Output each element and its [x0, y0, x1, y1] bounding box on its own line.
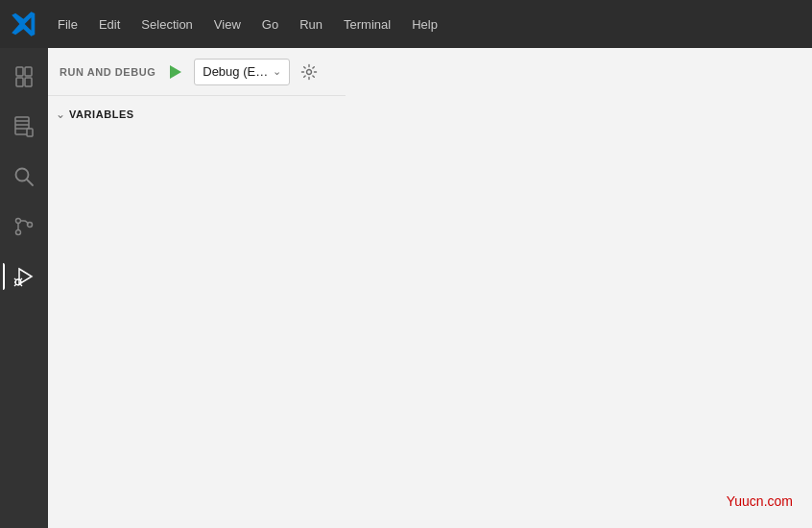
sidebar-item-run-debug[interactable]: [3, 255, 45, 298]
vscode-logo: [10, 10, 38, 38]
menu-selection[interactable]: Selection: [131, 13, 202, 36]
debug-config-label: Debug (Edge): [203, 64, 269, 79]
gear-icon: [300, 63, 318, 81]
svg-line-18: [14, 284, 16, 286]
variables-chevron-icon: ⌄: [56, 108, 65, 121]
sidebar-item-explorer[interactable]: [3, 56, 45, 98]
svg-point-12: [16, 230, 21, 235]
variables-header[interactable]: ⌄ VARIABLES: [48, 104, 346, 125]
menu-run[interactable]: Run: [290, 13, 332, 36]
svg-line-21: [20, 284, 22, 286]
sidebar-body: [48, 132, 346, 528]
svg-line-10: [27, 180, 33, 185]
debug-more-button[interactable]: [328, 69, 334, 75]
title-bar: File Edit Selection View Go Run Terminal…: [0, 0, 812, 48]
debug-panel: RUN AND DEBUG Debug (Edge) ⌄: [48, 48, 346, 528]
sidebar-item-source-control[interactable]: [3, 205, 45, 248]
svg-point-23: [307, 69, 312, 74]
debug-header: RUN AND DEBUG Debug (Edge) ⌄: [48, 48, 346, 96]
chevron-down-icon: ⌄: [273, 65, 281, 78]
main-content: RUN AND DEBUG Debug (Edge) ⌄: [0, 48, 812, 528]
editor-area: Yuucn.com: [346, 48, 812, 528]
svg-rect-0: [16, 67, 23, 76]
svg-rect-3: [25, 78, 32, 86]
variables-label: VARIABLES: [69, 108, 134, 120]
debug-run-button[interactable]: [163, 60, 186, 84]
sidebar-item-search[interactable]: [3, 156, 45, 198]
activity-bar: [0, 48, 48, 528]
svg-rect-1: [16, 78, 23, 86]
svg-rect-8: [27, 129, 33, 136]
play-icon: [166, 63, 183, 81]
debug-header-label: RUN AND DEBUG: [60, 66, 155, 78]
menu-file[interactable]: File: [48, 13, 87, 36]
svg-rect-2: [25, 67, 32, 76]
debug-settings-button[interactable]: [298, 60, 321, 84]
menu-go[interactable]: Go: [252, 13, 288, 36]
variables-section: ⌄ VARIABLES: [48, 96, 346, 132]
menu-bar: File Edit Selection View Go Run Terminal…: [48, 13, 447, 36]
menu-help[interactable]: Help: [402, 13, 447, 36]
svg-line-16: [14, 278, 16, 280]
svg-point-11: [16, 219, 21, 224]
menu-edit[interactable]: Edit: [89, 13, 130, 36]
svg-line-19: [20, 278, 22, 280]
watermark-text: Yuucn.com: [727, 493, 793, 509]
menu-terminal[interactable]: Terminal: [334, 13, 400, 36]
menu-view[interactable]: View: [204, 13, 251, 36]
svg-marker-22: [170, 65, 181, 79]
sidebar-item-notebook[interactable]: [3, 106, 45, 148]
debug-config-dropdown[interactable]: Debug (Edge) ⌄: [194, 59, 290, 85]
